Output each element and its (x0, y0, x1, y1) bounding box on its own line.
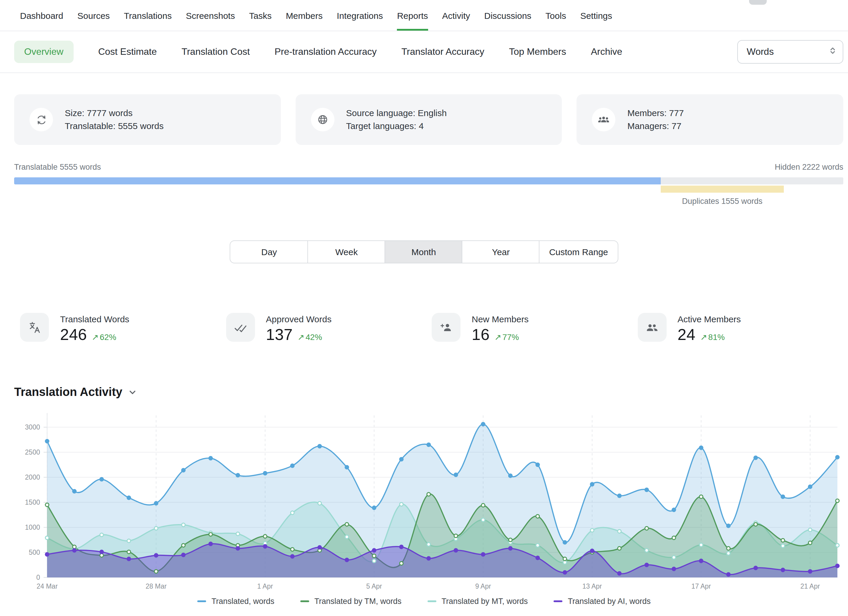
legend-item-translated-by-tm-words[interactable]: Translated by TM, words (300, 597, 402, 606)
stat-approved-words: Approved Words137↗42% (226, 313, 431, 344)
stats-row: Translated Words246↗62%Approved Words137… (0, 313, 843, 344)
translate-icon (20, 313, 49, 342)
stat-label: Active Members (678, 314, 741, 324)
unit-select-value: Words (747, 46, 774, 57)
summary-cards: Size: 7777 wordsTranslatable: 5555 words… (14, 94, 843, 145)
report-tabs: OverviewCost EstimateTranslation CostPre… (14, 41, 622, 63)
svg-text:2000: 2000 (25, 474, 40, 481)
stat-value: 246 (60, 326, 87, 344)
svg-text:13 Apr: 13 Apr (583, 582, 602, 590)
trend-up-icon: ↗ (700, 332, 707, 342)
tab-overview[interactable]: Overview (14, 41, 73, 63)
chevron-down-icon[interactable] (128, 388, 136, 396)
duplicates-bar-segment (661, 186, 784, 193)
svg-text:1000: 1000 (25, 524, 40, 531)
nav-item-settings[interactable]: Settings (580, 0, 612, 31)
summary-card-line: Members: 777 (627, 107, 684, 120)
nav-item-integrations[interactable]: Integrations (337, 0, 383, 31)
stat-value: 16 (472, 326, 490, 344)
legend-item-translated-by-mt-words[interactable]: Translated by MT, words (427, 597, 528, 606)
tab-pre-translation-accuracy[interactable]: Pre-translation Accuracy (274, 46, 377, 57)
nav-item-members[interactable]: Members (286, 0, 323, 31)
legend-label: Translated by AI, words (568, 597, 651, 606)
translatable-words-label: Translatable 5555 words (14, 163, 101, 174)
top-nav: DashboardSourcesTranslationsScreenshotsT… (20, 0, 612, 31)
double-check-icon (226, 313, 255, 342)
legend-swatch-icon (427, 601, 436, 602)
nav-item-discussions[interactable]: Discussions (484, 0, 531, 31)
translation-activity-chart: 05001000150020002500300024 Mar28 Mar1 Ap… (14, 407, 843, 591)
unit-select[interactable]: Words (737, 40, 843, 64)
activity-section-header: Translation Activity (14, 385, 834, 399)
svg-text:1 Apr: 1 Apr (257, 582, 273, 590)
chart-legend: Translated, wordsTranslated by TM, words… (0, 597, 848, 606)
summary-card: Source language: EnglishTarget languages… (295, 94, 562, 145)
summary-card: Size: 7777 wordsTranslatable: 5555 words (14, 94, 280, 145)
period-custom-range-button[interactable]: Custom Range (539, 241, 617, 263)
stat-label: Translated Words (60, 314, 129, 324)
svg-text:0: 0 (36, 574, 40, 581)
section-title: Translation Activity (14, 385, 123, 399)
nav-item-dashboard[interactable]: Dashboard (20, 0, 63, 31)
svg-text:3000: 3000 (25, 423, 40, 431)
summary-card: Members: 777Managers: 77 (577, 94, 843, 145)
period-day-button[interactable]: Day (231, 241, 308, 263)
stat-label: New Members (472, 314, 529, 324)
stat-value: 24 (678, 326, 695, 344)
svg-text:21 Apr: 21 Apr (800, 582, 820, 590)
svg-text:17 Apr: 17 Apr (691, 582, 711, 590)
translatable-bar-segment (14, 177, 661, 184)
period-month-button[interactable]: Month (385, 241, 462, 263)
legend-item-translated-by-ai-words[interactable]: Translated by AI, words (554, 597, 651, 606)
tab-translator-accuracy[interactable]: Translator Accuracy (401, 46, 484, 57)
duplicates-label: Duplicates 1555 words (682, 197, 762, 206)
reports-page: DashboardSourcesTranslationsScreenshotsT… (0, 0, 848, 616)
nav-item-tools[interactable]: Tools (546, 0, 566, 31)
svg-text:500: 500 (29, 549, 40, 556)
svg-text:24 Mar: 24 Mar (37, 582, 58, 590)
person-add-icon (431, 313, 461, 342)
words-progress-track (14, 177, 843, 184)
period-year-button[interactable]: Year (462, 241, 539, 263)
tab-archive[interactable]: Archive (591, 46, 623, 57)
stat-new-members: New Members16↗77% (431, 313, 637, 344)
nav-item-screenshots[interactable]: Screenshots (186, 0, 235, 31)
duplicates-row (14, 186, 843, 193)
hidden-words-label: Hidden 2222 words (775, 163, 843, 174)
legend-swatch-icon (300, 601, 309, 602)
svg-text:28 Mar: 28 Mar (145, 582, 167, 590)
legend-label: Translated by TM, words (314, 597, 402, 606)
nav-item-translations[interactable]: Translations (124, 0, 172, 31)
stat-translated-words: Translated Words246↗62% (20, 313, 226, 344)
svg-text:9 Apr: 9 Apr (475, 582, 491, 590)
sync-icon (30, 108, 53, 131)
nav-item-sources[interactable]: Sources (77, 0, 110, 31)
tab-top-members[interactable]: Top Members (509, 46, 566, 57)
nav-item-activity[interactable]: Activity (442, 0, 470, 31)
legend-item-translated-words[interactable]: Translated, words (197, 597, 274, 606)
stat-delta: ↗42% (297, 332, 322, 342)
report-tabs-bar: OverviewCost EstimateTranslation CostPre… (0, 31, 848, 73)
legend-swatch-icon (197, 601, 206, 602)
tab-translation-cost[interactable]: Translation Cost (182, 46, 250, 57)
period-week-button[interactable]: Week (308, 241, 385, 263)
trend-up-icon: ↗ (494, 332, 501, 342)
members-icon (592, 108, 616, 131)
nav-item-tasks[interactable]: Tasks (249, 0, 272, 31)
globe-icon (311, 108, 334, 131)
trend-up-icon: ↗ (92, 332, 98, 342)
legend-label: Translated, words (211, 597, 274, 606)
summary-card-line: Target languages: 4 (346, 120, 447, 132)
words-breakdown: Translatable 5555 words Hidden 2222 word… (14, 163, 843, 208)
stat-value: 137 (266, 326, 293, 344)
trend-up-icon: ↗ (297, 332, 304, 342)
avatar[interactable] (749, 0, 767, 5)
tab-cost-estimate[interactable]: Cost Estimate (98, 46, 157, 57)
select-arrows-icon (829, 46, 837, 57)
summary-card-line: Translatable: 5555 words (65, 120, 164, 132)
nav-item-reports[interactable]: Reports (397, 0, 428, 31)
svg-text:5 Apr: 5 Apr (366, 582, 382, 590)
duplicates-label-row: Duplicates 1555 words (14, 197, 843, 208)
stat-delta: ↗81% (700, 332, 725, 342)
svg-text:1500: 1500 (25, 499, 40, 506)
